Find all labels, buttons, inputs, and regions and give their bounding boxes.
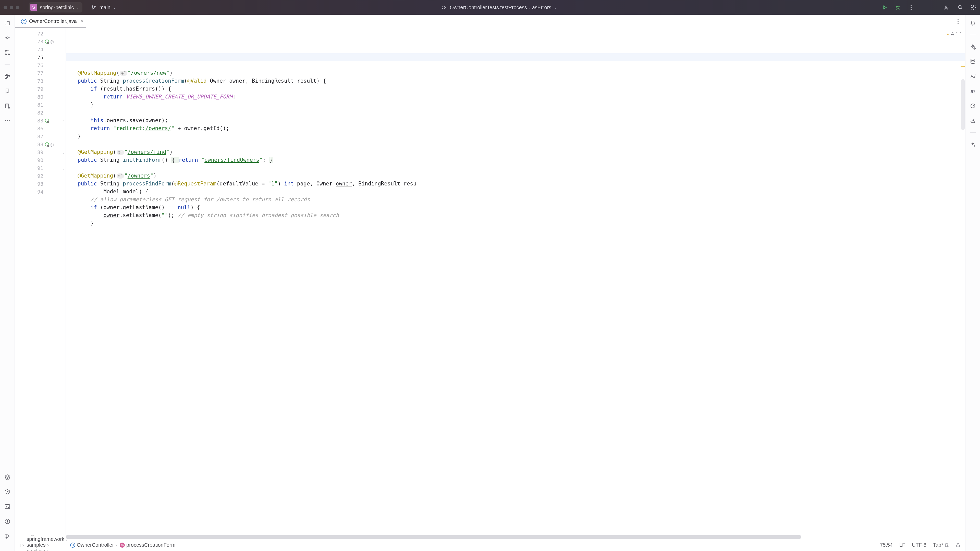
- gutter-line[interactable]: 94: [15, 188, 66, 196]
- author-gutter-icon[interactable]: [45, 142, 49, 146]
- tab-filename: OwnerController.java: [29, 18, 77, 24]
- project-selector[interactable]: S spring-petclinic ⌄: [29, 2, 83, 13]
- more-tools-button[interactable]: [4, 117, 11, 124]
- annotation-gutter-icon[interactable]: @: [51, 38, 54, 44]
- run-config-selector[interactable]: OwnerControllerTests.testProcess…asError…: [441, 4, 557, 11]
- horizontal-scrollbar[interactable]: [66, 535, 963, 539]
- breadcrumb-item[interactable]: petclinic ›: [27, 548, 68, 551]
- ai-actions-button[interactable]: [969, 141, 977, 148]
- project-tool-button[interactable]: [4, 19, 11, 27]
- code-text[interactable]: ◬ 4 ˄ ˅ @PostMapping(⊙˅"/owners/new")pub…: [66, 28, 965, 535]
- run-button[interactable]: [881, 4, 888, 11]
- java-class-icon: C: [21, 19, 27, 24]
- traffic-close[interactable]: [3, 6, 7, 9]
- gutter-line[interactable]: 76: [15, 61, 66, 69]
- gutter-line[interactable]: 83›: [15, 117, 66, 124]
- gutter-line[interactable]: 88@: [15, 140, 66, 148]
- gutter-line[interactable]: 82: [15, 109, 66, 117]
- gutter-line[interactable]: 92: [15, 172, 66, 180]
- gutter-line[interactable]: 78: [15, 77, 66, 85]
- indent-settings[interactable]: Tab*: [933, 542, 949, 548]
- breadcrumb-method[interactable]: m processCreationForm: [120, 542, 175, 548]
- svg-point-9: [5, 50, 6, 51]
- profiler-button[interactable]: [969, 102, 977, 110]
- gutter-line[interactable]: 81: [15, 101, 66, 109]
- gutter-line[interactable]: 93: [15, 180, 66, 188]
- settings-button[interactable]: [970, 4, 977, 11]
- line-separator[interactable]: LF: [899, 542, 905, 548]
- problems-tool-button[interactable]: [4, 518, 11, 525]
- scrollbar-warning-marker[interactable]: [961, 66, 965, 67]
- readonly-toggle[interactable]: [956, 543, 961, 548]
- tab-more-button[interactable]: [958, 19, 959, 24]
- traffic-min[interactable]: [10, 6, 13, 9]
- scrollbar-thumb[interactable]: [961, 79, 965, 130]
- left-tool-rail: [0, 15, 15, 551]
- gutter-line[interactable]: 86: [15, 124, 66, 132]
- code-editor[interactable]: 7273@74757677787980818283›868788@89⌄9091…: [15, 28, 965, 535]
- breadcrumb-item[interactable]: springframework ›: [27, 536, 68, 542]
- vcs-branch-selector[interactable]: main ⌄: [88, 3, 119, 12]
- fold-toggle[interactable]: ⌄: [62, 166, 64, 170]
- project-name: spring-petclinic: [40, 5, 74, 11]
- horizontal-scroll-thumb[interactable]: [66, 535, 801, 539]
- gutter-line[interactable]: 87: [15, 132, 66, 140]
- breadcrumb-item[interactable]: samples ›: [27, 542, 68, 548]
- gutter-line[interactable]: 89⌄: [15, 148, 66, 156]
- pull-requests-tool-button[interactable]: [4, 49, 11, 56]
- ai-assistant-button[interactable]: [969, 43, 977, 50]
- prev-highlight-button[interactable]: ˄: [956, 30, 958, 38]
- more-actions-button[interactable]: [908, 4, 914, 11]
- vcs-tool-button[interactable]: [4, 533, 11, 540]
- layers-tool-button[interactable]: [4, 473, 11, 481]
- gradle-button[interactable]: [969, 117, 977, 124]
- database-panel-button[interactable]: [969, 58, 977, 65]
- chevron-down-icon: ⌄: [76, 5, 80, 10]
- structure-tool-button[interactable]: [4, 73, 11, 80]
- database-tool-button[interactable]: [4, 102, 11, 110]
- svg-point-17: [5, 120, 6, 121]
- svg-point-23: [6, 537, 6, 538]
- gutter-line[interactable]: 77: [15, 69, 66, 77]
- gutter-line[interactable]: 73@: [15, 38, 66, 45]
- code-with-me-button[interactable]: [944, 4, 950, 11]
- gutter-line[interactable]: 72: [15, 30, 66, 38]
- next-highlight-button[interactable]: ˅: [959, 30, 962, 38]
- gutter-line[interactable]: 75: [15, 53, 66, 61]
- gutter-line[interactable]: 90: [15, 156, 66, 164]
- gutter-line[interactable]: 91⌄: [15, 164, 66, 172]
- maven-button[interactable]: m: [969, 87, 977, 95]
- commit-tool-button[interactable]: [4, 34, 11, 41]
- inspections-widget[interactable]: ◬ 4 ˄ ˅: [947, 30, 962, 38]
- editor-tabs: C OwnerController.java ×: [15, 15, 965, 28]
- tab-close-button[interactable]: ×: [81, 19, 84, 24]
- gutter-line[interactable]: 79: [15, 85, 66, 93]
- window-traffic-lights[interactable]: [3, 6, 19, 9]
- rail-separator: [970, 35, 976, 35]
- services-tool-button[interactable]: [4, 488, 11, 495]
- traffic-max[interactable]: [16, 6, 19, 9]
- fold-toggle[interactable]: ⌄: [62, 150, 64, 154]
- gutter-line[interactable]: 80: [15, 93, 66, 101]
- author-gutter-icon[interactable]: [45, 119, 49, 123]
- bookmarks-tool-button[interactable]: [4, 87, 11, 95]
- editor-tab-active[interactable]: C OwnerController.java ×: [18, 16, 86, 26]
- coverage-button[interactable]: [969, 73, 977, 80]
- breadcrumb-class[interactable]: C OwnerController ›: [70, 542, 117, 548]
- warning-count: 4: [951, 30, 954, 38]
- fold-toggle[interactable]: ›: [62, 119, 64, 123]
- caret-position[interactable]: 75:54: [880, 542, 893, 548]
- debug-button[interactable]: [895, 4, 901, 11]
- annotation-gutter-icon[interactable]: @: [51, 141, 54, 148]
- author-gutter-icon[interactable]: [45, 40, 49, 44]
- notifications-button[interactable]: [969, 19, 977, 27]
- svg-point-8: [6, 37, 8, 39]
- svg-point-3: [442, 6, 445, 9]
- encoding[interactable]: UTF-8: [912, 542, 926, 548]
- gutter-line[interactable]: 74: [15, 45, 66, 53]
- search-everywhere-button[interactable]: [957, 4, 963, 11]
- run-config-name: OwnerControllerTests.testProcess…asError…: [450, 5, 551, 11]
- gutter[interactable]: 7273@74757677787980818283›868788@89⌄9091…: [15, 28, 66, 535]
- warning-icon: ◬: [947, 30, 950, 38]
- terminal-tool-button[interactable]: [4, 503, 11, 510]
